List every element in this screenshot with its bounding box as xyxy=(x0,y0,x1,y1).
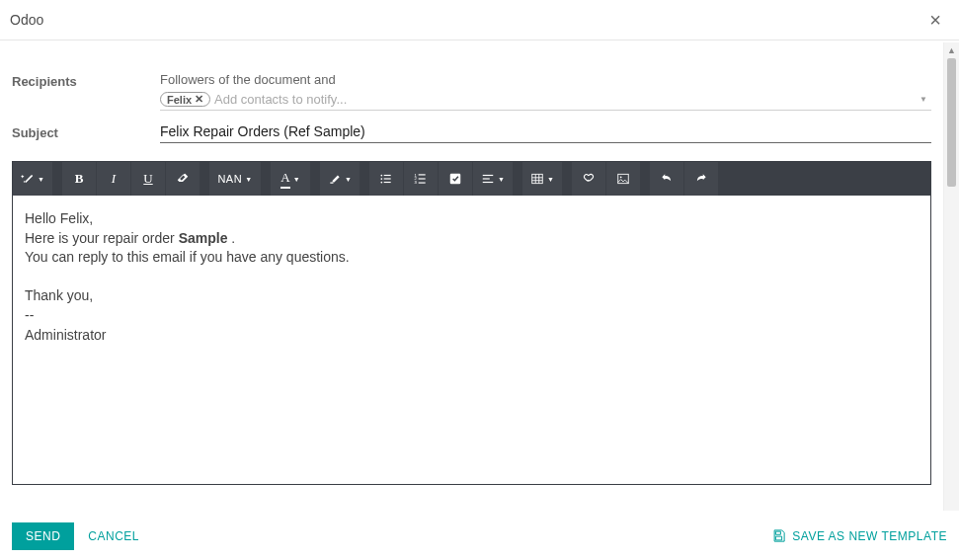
bold-button[interactable]: B xyxy=(62,162,96,196)
align-dropdown[interactable]: ▼ xyxy=(473,162,513,196)
ordered-list-icon[interactable]: 123 xyxy=(404,162,438,196)
underline-button[interactable]: U xyxy=(131,162,165,196)
svg-text:3: 3 xyxy=(415,180,418,185)
svg-rect-11 xyxy=(419,183,426,184)
editor-line: You can reply to this email if you have … xyxy=(25,248,919,268)
scroll-thumb[interactable] xyxy=(947,58,956,187)
cancel-button[interactable]: CANCEL xyxy=(74,522,153,550)
svg-rect-1 xyxy=(384,175,391,176)
svg-point-22 xyxy=(620,176,622,178)
checklist-icon[interactable] xyxy=(439,162,472,196)
svg-rect-15 xyxy=(483,182,494,183)
followers-text: Followers of the document and xyxy=(160,72,931,87)
subject-field xyxy=(160,120,931,143)
subject-row: Subject xyxy=(12,120,931,143)
tag-label: Felix xyxy=(167,94,192,106)
recipients-dropdown-icon[interactable]: ▼ xyxy=(919,95,931,104)
editor: ▼ B I U NAN ▼ A ▼ ▼ xyxy=(12,161,931,485)
subject-label: Subject xyxy=(12,123,160,140)
chevron-down-icon: ▼ xyxy=(293,176,300,183)
editor-line: Here is your repair order Sample . xyxy=(25,229,919,249)
chevron-down-icon: ▼ xyxy=(498,176,505,183)
highlight-dropdown[interactable]: ▼ xyxy=(320,162,360,196)
redo-icon[interactable] xyxy=(684,162,718,196)
recipient-tag[interactable]: Felix ✕ xyxy=(160,92,210,107)
editor-line: -- xyxy=(25,306,919,326)
undo-icon[interactable] xyxy=(650,162,683,196)
svg-rect-16 xyxy=(532,174,543,183)
modal-footer: SEND CANCEL SAVE AS NEW TEMPLATE xyxy=(0,512,959,560)
wand-icon[interactable]: ▼ xyxy=(13,162,52,196)
close-icon[interactable]: × xyxy=(925,10,945,30)
recipients-field: Followers of the document and Felix ✕ ▼ xyxy=(160,72,931,111)
svg-rect-13 xyxy=(483,175,494,176)
svg-point-0 xyxy=(380,175,382,177)
recipients-label: Recipients xyxy=(12,72,160,89)
image-icon[interactable] xyxy=(606,162,640,196)
svg-rect-14 xyxy=(483,178,490,179)
subject-input[interactable] xyxy=(160,120,931,143)
scroll-up-icon[interactable]: ▲ xyxy=(944,42,959,58)
editor-line: Hello Felix, xyxy=(25,209,919,229)
editor-body[interactable]: Hello Felix, Here is your repair order S… xyxy=(13,196,930,484)
font-size-label: NAN xyxy=(217,173,242,185)
modal-title: Odoo xyxy=(10,12,43,28)
font-size-dropdown[interactable]: NAN ▼ xyxy=(209,162,261,196)
svg-point-4 xyxy=(380,182,382,184)
save-as-template-button[interactable]: SAVE AS NEW TEMPLATE xyxy=(771,521,947,550)
svg-rect-5 xyxy=(384,182,391,183)
table-dropdown[interactable]: ▼ xyxy=(522,162,562,196)
modal-body: Recipients Followers of the document and… xyxy=(0,42,943,511)
recipients-row: Recipients Followers of the document and… xyxy=(12,72,931,111)
font-color-dropdown[interactable]: A ▼ xyxy=(271,162,310,196)
modal-header: Odoo × xyxy=(0,0,959,40)
editor-line: Thank you, xyxy=(25,286,919,306)
editor-toolbar: ▼ B I U NAN ▼ A ▼ ▼ xyxy=(13,162,930,196)
editor-line xyxy=(25,268,919,287)
save-template-label: SAVE AS NEW TEMPLATE xyxy=(792,529,947,543)
scrollbar[interactable]: ▲ xyxy=(943,42,959,511)
send-button[interactable]: SEND xyxy=(12,522,74,550)
eraser-icon[interactable] xyxy=(166,162,200,196)
editor-line: Administrator xyxy=(25,326,919,346)
svg-rect-3 xyxy=(384,178,391,179)
italic-button[interactable]: I xyxy=(97,162,130,196)
svg-point-2 xyxy=(380,178,382,180)
chevron-down-icon: ▼ xyxy=(547,176,554,183)
link-icon[interactable] xyxy=(572,162,605,196)
svg-rect-9 xyxy=(419,178,426,179)
chevron-down-icon: ▼ xyxy=(245,176,252,183)
chevron-down-icon: ▼ xyxy=(345,176,352,183)
svg-rect-7 xyxy=(419,174,426,175)
tag-remove-icon[interactable]: ✕ xyxy=(195,93,203,106)
recipients-tag-input[interactable]: Felix ✕ ▼ xyxy=(160,91,931,111)
save-icon xyxy=(771,528,786,543)
unordered-list-icon[interactable] xyxy=(369,162,403,196)
chevron-down-icon: ▼ xyxy=(38,176,44,183)
recipients-input[interactable] xyxy=(214,91,919,108)
font-color-label: A xyxy=(280,170,289,189)
